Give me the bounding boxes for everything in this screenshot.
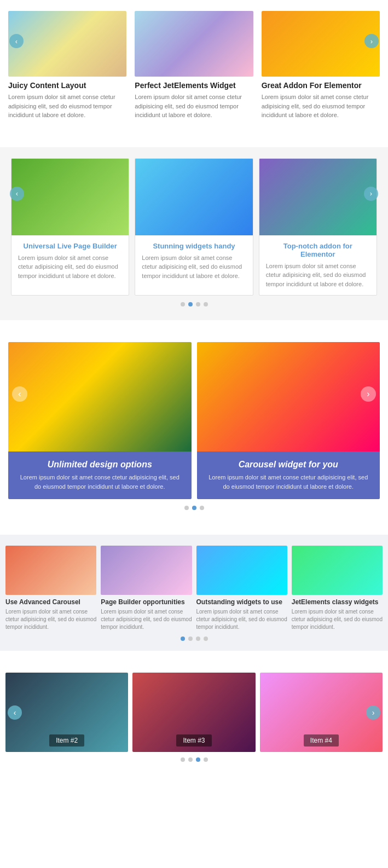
bottom-carousel-items: ‹Item #2Item #3Item #4› (0, 673, 388, 752)
section2-dot-3[interactable] (204, 302, 208, 306)
large-title-0: Unlimited design options (19, 460, 181, 470)
cards-row-1: ‹ Juicy Content Layout Lorem ipsum dolor… (8, 11, 380, 120)
large-item-0: Unlimited design options Lorem ipsum dol… (8, 342, 192, 499)
section4-dot-2[interactable] (196, 636, 200, 641)
card-text-0: Lorem ipsum dolor sit amet conse ctetur … (18, 253, 122, 281)
card-text-2: Lorem ipsum dolor sit amet conse ctetur … (262, 92, 380, 120)
card-img-2 (259, 159, 377, 235)
section3-nav-left[interactable]: ‹ (12, 386, 27, 402)
bottom-item-0: Item #2 (5, 673, 128, 752)
card-simple-2: Great Addon For Elementor Lorem ipsum do… (262, 11, 380, 120)
section1-nav-left[interactable]: ‹ (9, 34, 24, 48)
card-title-0: Juicy Content Layout (8, 81, 126, 90)
section1-nav-right[interactable]: › (364, 34, 379, 48)
small-text-2: Lorem ipsum dolor sit amet conse ctetur … (196, 608, 287, 631)
section5-nav-right[interactable]: › (366, 705, 380, 720)
small-card-2: Outstanding widgets to use Lorem ipsum d… (196, 546, 287, 631)
section5-dots (0, 752, 388, 766)
small-img-1 (101, 546, 192, 595)
small-card-1: Page Builder opportunities Lorem ipsum d… (101, 546, 192, 631)
section5-dot-3[interactable] (204, 757, 208, 762)
section4-dot-3[interactable] (204, 636, 208, 641)
large-item-1: Carousel widget for you Lorem ipsum dolo… (197, 342, 380, 499)
section3-dot-2[interactable] (200, 506, 204, 510)
small-img-0 (5, 546, 96, 595)
small-text-1: Lorem ipsum dolor sit amet conse ctetur … (101, 608, 192, 631)
small-title-1: Page Builder opportunities (101, 598, 192, 606)
large-text-1: Lorem ipsum dolor sit amet conse ctetur … (208, 473, 369, 491)
section2-dot-0[interactable] (181, 302, 185, 306)
section5-dot-1[interactable] (188, 757, 193, 762)
item-label-1: Item #3 (176, 734, 211, 747)
small-text-3: Lorem ipsum dolor sit amet conse ctetur … (292, 608, 383, 631)
card-image-0 (8, 11, 126, 77)
card-image-2 (262, 11, 380, 77)
section3-dot-0[interactable] (184, 506, 189, 510)
large-text-0: Lorem ipsum dolor sit amet conse ctetur … (19, 473, 181, 491)
card-title-0: Universal Live Page Builder (18, 242, 122, 250)
section2-nav-left[interactable]: ‹ (10, 187, 24, 201)
section3-dot-1[interactable] (192, 506, 196, 510)
section4-dots (5, 631, 383, 645)
large-img-1 (197, 342, 380, 452)
large-carousel-items: ‹ Unlimited design options Lorem ipsum d… (0, 342, 388, 499)
card-text-1: Lorem ipsum dolor sit amet conse ctetur … (135, 92, 253, 120)
card-bordered-1: Stunning widgets handy Lorem ipsum dolor… (135, 158, 253, 296)
section5-nav-left[interactable]: ‹ (8, 705, 22, 720)
section1-simple-cards: ‹ Juicy Content Layout Lorem ipsum dolor… (0, 0, 388, 136)
four-col-cards: Use Advanced Carousel Lorem ipsum dolor … (5, 546, 383, 631)
card-img-1 (135, 159, 252, 235)
bottom-item-2: Item #4 (260, 673, 383, 752)
card-image-1 (135, 11, 253, 77)
card-title-2: Top-notch addon for Elementor (266, 242, 370, 258)
card-text-1: Lorem ipsum dolor sit amet conse ctetur … (142, 253, 246, 281)
card-simple-0: Juicy Content Layout Lorem ipsum dolor s… (8, 11, 126, 120)
carousel-cards-2: ‹ Universal Live Page Builder Lorem ipsu… (0, 158, 388, 296)
section2-dot-1[interactable] (188, 302, 193, 306)
small-text-0: Lorem ipsum dolor sit amet conse ctetur … (5, 608, 96, 631)
card-bordered-2: Top-notch addon for Elementor Lorem ipsu… (259, 158, 377, 296)
section3-nav-right[interactable]: › (361, 386, 376, 402)
card-title-1: Perfect JetElements Widget (135, 81, 253, 90)
small-img-2 (196, 546, 287, 595)
section4-dot-0[interactable] (181, 636, 185, 641)
section2-dot-2[interactable] (196, 302, 200, 306)
card-img-0 (11, 159, 129, 235)
bottom-item-1: Item #3 (132, 673, 255, 752)
large-title-1: Carousel widget for you (208, 460, 369, 470)
small-card-3: JetElements classy widgets Lorem ipsum d… (292, 546, 383, 631)
section2-bordered-cards: ‹ Universal Live Page Builder Lorem ipsu… (0, 147, 388, 321)
section5-dot-2[interactable] (196, 757, 200, 762)
small-title-3: JetElements classy widgets (292, 598, 383, 606)
section4-dot-1[interactable] (188, 636, 193, 641)
card-title-1: Stunning widgets handy (142, 242, 246, 250)
section5-dot-0[interactable] (181, 757, 185, 762)
card-text-0: Lorem ipsum dolor sit amet conse ctetur … (8, 92, 126, 120)
large-img-0 (8, 342, 192, 452)
small-card-0: Use Advanced Carousel Lorem ipsum dolor … (5, 546, 96, 631)
card-title-2: Great Addon For Elementor (262, 81, 380, 90)
card-simple-1: Perfect JetElements Widget Lorem ipsum d… (135, 11, 253, 120)
item-label-2: Item #4 (304, 734, 339, 747)
section2-nav-right[interactable]: › (364, 187, 378, 201)
section4-four-cols: Use Advanced Carousel Lorem ipsum dolor … (0, 535, 388, 651)
card-text-2: Lorem ipsum dolor sit amet conse ctetur … (266, 262, 370, 289)
small-title-0: Use Advanced Carousel (5, 598, 96, 606)
section2-dots (0, 296, 388, 315)
card-bordered-0: Universal Live Page Builder Lorem ipsum … (11, 158, 129, 296)
item-label-0: Item #2 (49, 734, 84, 747)
section5-bottom-carousel: ‹Item #2Item #3Item #4› (0, 662, 388, 772)
section3-large-carousel: ‹ Unlimited design options Lorem ipsum d… (0, 331, 388, 524)
small-img-3 (292, 546, 383, 595)
small-title-2: Outstanding widgets to use (196, 598, 287, 606)
section3-dots (0, 499, 388, 518)
